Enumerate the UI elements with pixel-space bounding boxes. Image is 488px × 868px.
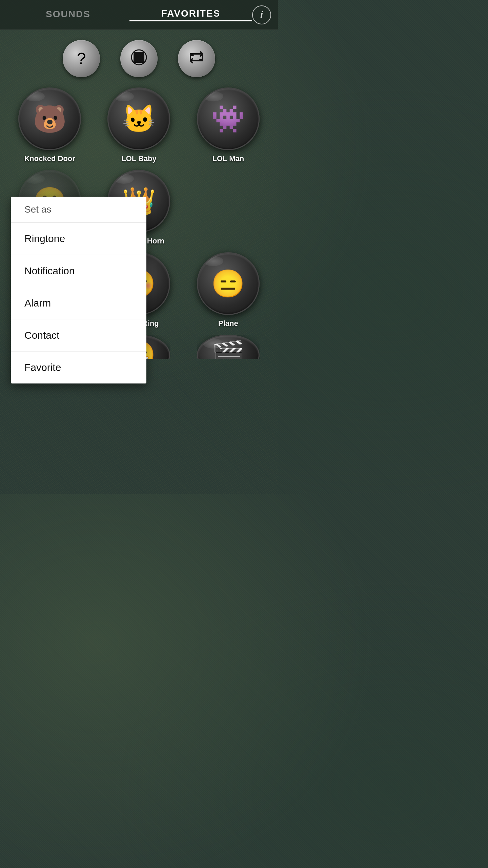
popup-item-alarm[interactable]: Alarm: [11, 287, 146, 319]
popup-item-notification[interactable]: Notification: [11, 255, 146, 287]
popup-item-contact[interactable]: Contact: [11, 319, 146, 352]
popup-overlay[interactable]: Set as Ringtone Notification Alarm Conta…: [0, 0, 278, 494]
popup-menu: Set as Ringtone Notification Alarm Conta…: [11, 197, 146, 383]
popup-header: Set as: [11, 197, 146, 223]
popup-item-ringtone[interactable]: Ringtone: [11, 223, 146, 255]
popup-item-favorite[interactable]: Favorite: [11, 352, 146, 383]
